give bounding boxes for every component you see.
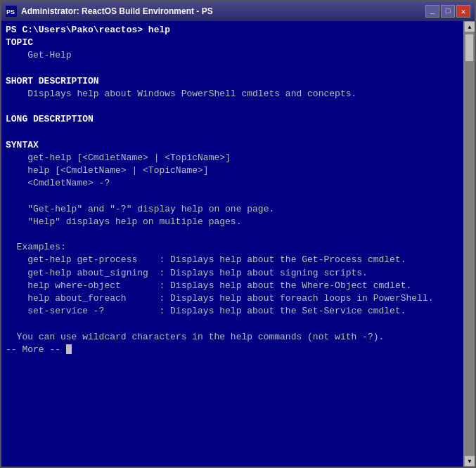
console-line: get-help get-process : Displays help abo… — [6, 254, 406, 265]
console-line: LONG DESCRIPTION — [6, 114, 94, 124]
close-button[interactable]: ✕ — [456, 5, 470, 18]
console-line: SYNTAX — [6, 140, 39, 150]
console-line: help about_foreach : Displays help about… — [6, 293, 434, 304]
title-bar-left: PS Administrator: ReactOS Build Environm… — [6, 6, 213, 17]
title-buttons: _ □ ✕ — [425, 5, 470, 18]
scrollbar: ▲ ▼ — [463, 21, 475, 467]
scroll-thumb[interactable] — [465, 34, 474, 62]
scroll-track[interactable] — [464, 32, 475, 455]
console-line: help [<CmdletName> | <TopicName>] — [6, 165, 209, 176]
title-bar: PS Administrator: ReactOS Build Environm… — [1, 1, 475, 21]
cursor — [66, 344, 72, 354]
console-line: PS C:\Users\Pako\reactos> help — [6, 25, 170, 35]
console-line: -- More -- — [6, 344, 72, 355]
console-line: Examples: — [6, 242, 66, 252]
console-line: TOPIC — [6, 37, 33, 48]
minimize-button[interactable]: _ — [425, 5, 439, 18]
scroll-down-button[interactable]: ▼ — [464, 455, 475, 467]
window: PS Administrator: ReactOS Build Environm… — [0, 0, 476, 468]
console-line: "Get-help" and "-?" display help on one … — [6, 204, 274, 214]
maximize-button[interactable]: □ — [441, 5, 455, 18]
console-line: <CmdletName> -? — [6, 178, 110, 188]
svg-text:PS: PS — [6, 8, 15, 15]
console-line: get-help about_signing : Displays help a… — [6, 268, 368, 278]
console-line: get-help [<CmdletName> | <TopicName>] — [6, 152, 231, 163]
console-line: Get-Help — [6, 50, 72, 60]
console-area: PS C:\Users\Pako\reactos> help TOPIC Get… — [1, 21, 475, 467]
console-line: Displays help about Windows PowerShell c… — [6, 89, 356, 99]
console-line: You can use wildcard characters in the h… — [6, 332, 384, 342]
console-line: "Help" displays help on multiple pages. — [6, 216, 241, 227]
console-line: set-service -? : Displays help about the… — [6, 306, 406, 316]
ps-icon: PS — [6, 6, 17, 17]
scroll-up-button[interactable]: ▲ — [464, 21, 475, 32]
console-line: SHORT DESCRIPTION — [6, 76, 99, 86]
window-title: Administrator: ReactOS Build Environment… — [21, 6, 213, 16]
console-line: help where-object : Displays help about … — [6, 280, 411, 291]
console-output[interactable]: PS C:\Users\Pako\reactos> help TOPIC Get… — [1, 21, 463, 467]
